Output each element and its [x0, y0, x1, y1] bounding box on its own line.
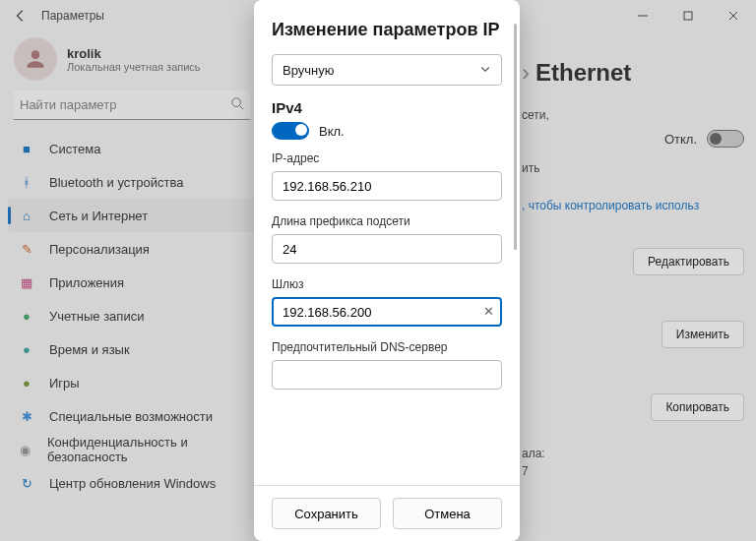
ip-settings-dialog: Изменение параметров IP Вручную IPv4 Вкл…	[254, 0, 520, 541]
ipv4-toggle-label: Вкл.	[319, 124, 345, 139]
save-button[interactable]: Сохранить	[272, 498, 381, 529]
ip-address-label: IP-адрес	[272, 151, 502, 165]
dialog-title: Изменение параметров IP	[272, 20, 502, 40]
ip-address-input[interactable]	[272, 171, 502, 201]
gateway-input[interactable]	[272, 297, 502, 327]
clear-icon[interactable]: ✕	[483, 304, 494, 319]
scrollbar[interactable]	[514, 24, 517, 250]
dns-label: Предпочтительный DNS-сервер	[272, 340, 502, 354]
prefix-length-input[interactable]	[272, 234, 502, 264]
mode-select-value: Вручную	[283, 63, 334, 78]
ipv4-toggle[interactable]	[272, 122, 309, 140]
ipv4-heading: IPv4	[272, 99, 502, 116]
prefix-length-label: Длина префикса подсети	[272, 214, 502, 228]
gateway-label: Шлюз	[272, 277, 502, 291]
dns-input[interactable]	[272, 360, 502, 390]
cancel-button[interactable]: Отмена	[393, 498, 502, 529]
dialog-footer: Сохранить Отмена	[254, 485, 520, 541]
mode-select[interactable]: Вручную	[272, 54, 502, 86]
chevron-down-icon	[479, 63, 491, 78]
